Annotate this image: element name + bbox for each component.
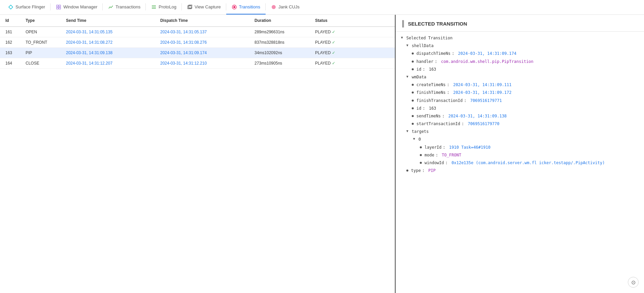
cell-send-time[interactable]: 2024-03-31, 14:31:12.207: [61, 58, 155, 69]
tab-bar: Surface Flinger Window Manager Transacti…: [0, 0, 644, 15]
send-time-link[interactable]: 2024-03-31, 14:31:12.207: [66, 61, 112, 66]
svg-rect-3: [57, 7, 58, 9]
chart-line-icon: [108, 4, 113, 10]
dot-icon: [412, 91, 414, 94]
selected-transition-key: Selected Transition: [406, 35, 452, 41]
panel-icon: ║: [401, 20, 405, 27]
table-row[interactable]: 163PIP2024-03-31, 14:31:09.1382024-03-31…: [0, 48, 395, 58]
status-played: PLAYED ✓: [315, 50, 389, 55]
table-header-row: Id Type Send Time Dispatch Time Duration…: [0, 15, 395, 27]
dot-icon: [412, 107, 414, 109]
dispatch-time-link[interactable]: 2024-03-31, 14:31:08.276: [160, 40, 207, 45]
table-row[interactable]: 161OPEN2024-03-31, 14:31:05.1352024-03-3…: [0, 27, 395, 37]
dispatch-time-link[interactable]: 2024-03-31, 14:31:05.137: [160, 30, 207, 34]
tab-jank-cuis[interactable]: Jank CUJs: [266, 0, 305, 14]
start-transaction-id-key: startTransactionId: [416, 121, 460, 127]
circle-arrow-icon: [232, 4, 237, 10]
right-panel: ║ SELECTED TRANSITION ▼ Selected Transit…: [395, 15, 644, 293]
table-area: Id Type Send Time Dispatch Time Duration…: [0, 15, 395, 293]
tree-start-transaction-id: startTransactionId : 7069516179770: [401, 120, 639, 128]
finish-transaction-id-value: 7069516179771: [470, 98, 502, 104]
tree-send-time-ns: sendTimeNs : 2024-03-31, 14:31:09.138: [401, 112, 639, 120]
dispatch-time-link[interactable]: 2024-03-31, 14:31:12.210: [160, 61, 207, 66]
dot-icon: [420, 154, 422, 156]
dot-icon: [406, 170, 408, 172]
cell-id: 163: [0, 48, 20, 58]
toggle-targets-zero[interactable]: ▼: [413, 136, 417, 142]
circle-pink-icon: [271, 4, 276, 10]
tree-dispatch-time-ns: dispatchTimeNs : 2024-03-31, 14:31:09.17…: [401, 50, 639, 58]
toggle-shell-data[interactable]: ▼: [406, 43, 410, 48]
tab-proto-log[interactable]: ProtoLog: [146, 0, 182, 14]
diamond-icon: [8, 4, 13, 10]
cell-status: PLAYED ✓: [310, 37, 395, 48]
toggle-targets[interactable]: ▼: [406, 129, 410, 134]
bottom-right-button[interactable]: ⊙: [628, 277, 639, 288]
shell-id-value: 163: [429, 66, 436, 73]
svg-point-12: [272, 5, 276, 9]
cell-type: PIP: [20, 48, 61, 58]
svg-rect-2: [59, 5, 61, 7]
tab-transitions[interactable]: Transitions: [226, 0, 266, 14]
dot-icon: [412, 61, 414, 63]
tab-view-capture[interactable]: View Capture: [182, 0, 226, 14]
tab-window-manager[interactable]: Window Manager: [50, 0, 103, 14]
send-time-link[interactable]: 2024-03-31, 14:31:08.272: [66, 40, 112, 45]
finish-transaction-id-key: finishTransactionId: [416, 98, 463, 104]
tree-layer-id: layerId : 1910 Task=46#1910: [401, 144, 639, 151]
tab-label: Surface Flinger: [15, 4, 45, 9]
dispatch-time-ns-value: 2024-03-31, 14:31:09.174: [458, 50, 516, 57]
cell-id: 161: [0, 27, 20, 37]
transitions-table: Id Type Send Time Dispatch Time Duration…: [0, 15, 395, 69]
table-row[interactable]: 164CLOSE2024-03-31, 14:31:12.2072024-03-…: [0, 58, 395, 69]
wm-data-key: wmData: [412, 74, 426, 80]
tab-surface-flinger[interactable]: Surface Flinger: [3, 0, 50, 14]
tree-handler: handler : com.android.wm.shell.pip.PipTr…: [401, 58, 639, 66]
start-transaction-id-value: 7069516179770: [468, 121, 500, 127]
cell-dispatch-time[interactable]: 2024-03-31, 14:31:08.276: [155, 37, 249, 48]
cell-send-time[interactable]: 2024-03-31, 14:31:05.135: [61, 27, 155, 37]
cell-dispatch-time[interactable]: 2024-03-31, 14:31:09.174: [155, 48, 249, 58]
send-time-link[interactable]: 2024-03-31, 14:31:09.138: [66, 50, 112, 55]
cell-send-time[interactable]: 2024-03-31, 14:31:08.272: [61, 37, 155, 48]
tab-label: Jank CUJs: [278, 4, 300, 9]
send-time-ns-key: sendTimeNs: [416, 113, 441, 119]
table-row[interactable]: 162TO_FRONT2024-03-31, 14:31:08.2722024-…: [0, 37, 395, 48]
finish-time-ns-value: 2024-03-31, 14:31:09.172: [453, 89, 511, 96]
cell-duration: 837ms328818ns: [249, 37, 310, 48]
tree-targets: ▼ targets: [401, 128, 639, 136]
tree-type: type : PIP: [401, 167, 639, 175]
panel-title-text: SELECTED TRANSITION: [408, 21, 467, 27]
square-icon: [187, 4, 193, 10]
svg-point-11: [233, 6, 235, 8]
check-icon: ✓: [332, 50, 335, 55]
toggle-selected-transition[interactable]: ▼: [401, 35, 405, 40]
finish-time-ns-key: finishTimeNs: [416, 89, 446, 96]
tree-targets-zero: ▼ 0: [401, 136, 639, 143]
col-dispatch-time: Dispatch Time: [155, 15, 249, 27]
tree-wm-data: ▼ wmData: [401, 73, 639, 81]
cell-dispatch-time[interactable]: 2024-03-31, 14:31:05.137: [155, 27, 249, 37]
type-key: type: [411, 168, 421, 174]
dispatch-time-link[interactable]: 2024-03-31, 14:31:09.174: [160, 50, 207, 55]
cell-dispatch-time[interactable]: 2024-03-31, 14:31:12.210: [155, 58, 249, 69]
type-value: PIP: [428, 168, 436, 174]
svg-rect-1: [57, 5, 58, 7]
main-content: Id Type Send Time Dispatch Time Duration…: [0, 15, 644, 293]
cell-status: PLAYED ✓: [310, 48, 395, 58]
send-time-link[interactable]: 2024-03-31, 14:31:05.135: [66, 30, 112, 34]
status-text: PLAYED: [315, 50, 331, 55]
dot-icon: [412, 123, 414, 125]
dot-icon: [412, 52, 414, 54]
tree-mode: mode : TO_FRONT: [401, 151, 639, 159]
toggle-wm-data[interactable]: ▼: [406, 74, 410, 79]
cell-id: 164: [0, 58, 20, 69]
tree-finish-time-ns: finishTimeNs : 2024-03-31, 14:31:09.172: [401, 89, 639, 97]
col-duration: Duration: [249, 15, 310, 27]
tree-create-time-ns: createTimeNs : 2024-03-31, 14:31:09.111: [401, 81, 639, 89]
create-time-ns-key: createTimeNs: [416, 82, 446, 88]
cell-duration: 289ms296631ns: [249, 27, 310, 37]
dot-icon: [412, 100, 414, 102]
tab-transactions[interactable]: Transactions: [103, 0, 146, 14]
cell-send-time[interactable]: 2024-03-31, 14:31:09.138: [61, 48, 155, 58]
